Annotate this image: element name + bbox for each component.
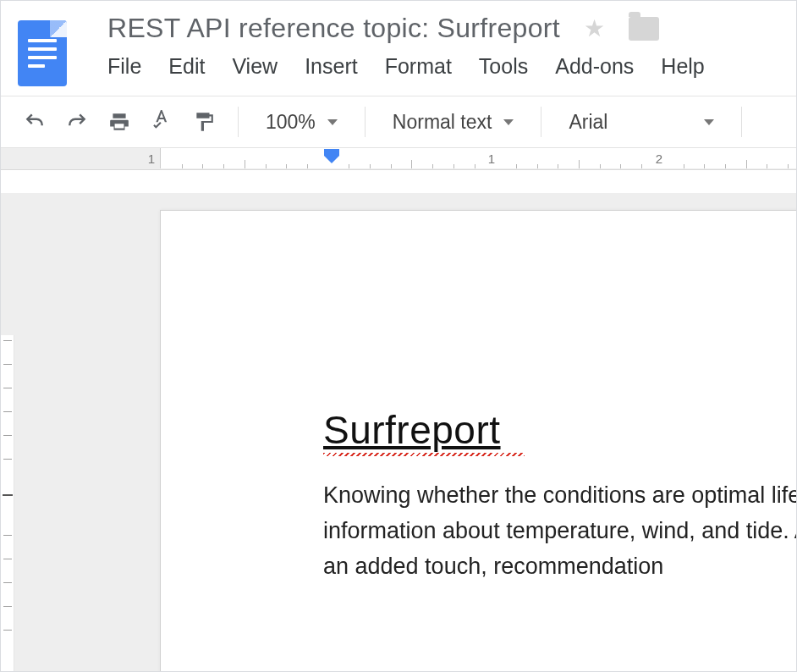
star-icon[interactable]: ★ <box>584 14 605 42</box>
font-family-value: Arial <box>569 111 607 134</box>
toolbar: 100% Normal text Arial <box>1 96 796 148</box>
chevron-down-icon <box>503 119 514 125</box>
chevron-down-icon <box>704 119 714 125</box>
menu-format[interactable]: Format <box>385 54 452 79</box>
docs-app-icon[interactable] <box>18 20 67 86</box>
zoom-dropdown[interactable]: 100% <box>254 111 349 134</box>
page[interactable]: Surfreport Knowing whether the condition… <box>160 210 796 671</box>
paragraph-style-value: Normal text <box>393 111 492 134</box>
ruler-label: 1 <box>488 151 495 166</box>
menu-edit[interactable]: Edit <box>168 54 205 79</box>
horizontal-ruler[interactable]: 1 1 2 <box>1 148 796 170</box>
document-title[interactable]: REST API reference topic: Surfreport <box>107 13 560 44</box>
zoom-value: 100% <box>266 111 316 134</box>
document-heading[interactable]: Surfreport <box>323 407 501 453</box>
spelling-squiggle <box>323 453 525 456</box>
chevron-down-icon <box>327 119 338 125</box>
ruler-label: 2 <box>656 151 662 166</box>
spellcheck-icon[interactable] <box>143 103 180 140</box>
menu-tools[interactable]: Tools <box>479 54 528 79</box>
paint-format-icon[interactable] <box>185 103 223 140</box>
menu-help[interactable]: Help <box>661 54 704 79</box>
document-body[interactable]: Knowing whether the conditions are optim… <box>323 478 796 585</box>
menu-view[interactable]: View <box>232 54 278 79</box>
menu-insert[interactable]: Insert <box>305 54 358 79</box>
undo-icon[interactable] <box>16 103 53 140</box>
indent-marker[interactable] <box>322 149 341 168</box>
font-family-dropdown[interactable]: Arial <box>557 111 726 134</box>
menu-file[interactable]: File <box>107 54 141 79</box>
redo-icon[interactable] <box>58 103 96 140</box>
ruler-label: 1 <box>148 151 155 166</box>
move-folder-icon[interactable] <box>629 17 659 41</box>
outline-strip <box>1 335 14 671</box>
document-canvas: Ꮖ Surfreport Knowing whether the conditi… <box>1 193 796 671</box>
print-icon[interactable] <box>101 103 138 140</box>
menu-bar: File Edit View Insert Format Tools Add-o… <box>107 44 789 94</box>
menu-addons[interactable]: Add-ons <box>555 54 634 79</box>
paragraph-style-dropdown[interactable]: Normal text <box>381 111 526 134</box>
